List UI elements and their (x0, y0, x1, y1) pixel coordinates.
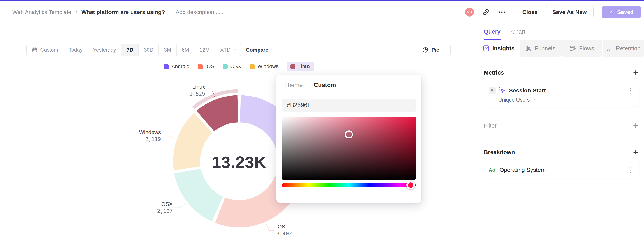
filter-section-header: Filter + (484, 121, 640, 130)
header: Web Analytics Template / What platform a… (0, 1, 644, 23)
metric-card[interactable]: A Session Start ⋮ Unique Users (484, 83, 640, 107)
pie-label-value: 1,529 (190, 91, 205, 97)
tab-insights[interactable]: Insights (478, 40, 519, 57)
report-title[interactable]: What platform are users using? (81, 9, 165, 16)
metric-aggregation-dropdown[interactable]: Unique Users (498, 97, 634, 103)
saved-label: Saved (617, 9, 634, 16)
event-sparkle-icon (498, 87, 506, 94)
tab-flows[interactable]: Flows (561, 40, 602, 57)
metric-event-name: Session Start (509, 87, 624, 94)
add-breakdown-button[interactable]: + (632, 148, 640, 157)
saturation-value-area[interactable] (282, 117, 416, 180)
tab-custom[interactable]: Custom (314, 82, 336, 89)
pie-label-value: 2,127 (157, 208, 172, 214)
breakdown-heading: Breakdown (484, 149, 515, 155)
breakdown-section-header: Breakdown + (484, 148, 640, 157)
breadcrumb-separator: / (76, 9, 77, 16)
pie-label-name: Windows (139, 129, 161, 135)
tab-retention-label: Retention (616, 45, 640, 52)
metric-kebab-menu[interactable]: ⋮ (626, 87, 634, 94)
insights-icon (483, 45, 489, 52)
pie-label-value: 3,402 (276, 230, 292, 236)
tab-insights-label: Insights (492, 45, 514, 52)
pie-label-line (163, 136, 175, 138)
pie-label-value: 2,119 (145, 136, 161, 142)
breakdown-card[interactable]: Aa Operating System ⋮ (484, 162, 640, 178)
close-button[interactable]: Close (522, 9, 538, 16)
check-icon: ✓ (609, 9, 614, 15)
aggregation-label: Unique Users (498, 97, 530, 103)
metrics-heading: Metrics (484, 69, 504, 76)
panel-body: Metrics + A Session Start ⋮ Unique Users (478, 68, 644, 178)
pie-slice-osx[interactable] (174, 168, 224, 222)
tab-retention[interactable]: Retention (602, 40, 644, 57)
string-property-icon: Aa (488, 167, 495, 173)
donut-total-label: 13.23K (212, 153, 266, 172)
metric-card-row: A Session Start ⋮ (488, 87, 634, 94)
panel-tabs: Query Chart (478, 23, 644, 40)
metrics-section-header: Metrics + (484, 68, 640, 77)
header-actions: VS Close Save As New ✓Saved (465, 6, 641, 18)
save-as-new-button[interactable]: Save As New (546, 6, 594, 18)
funnels-icon (525, 45, 532, 52)
pie-label-name: OSX (162, 201, 173, 207)
series-badge: A (488, 87, 496, 94)
color-cursor-handle[interactable] (345, 130, 353, 138)
pie-label-line (266, 224, 274, 230)
breakdown-kebab-menu[interactable]: ⋮ (626, 167, 634, 173)
tab-query[interactable]: Query (484, 28, 500, 35)
breakdown-property-name: Operating System (500, 167, 622, 173)
avatar[interactable]: VS (465, 8, 474, 17)
app-root: Web Analytics Template / What platform a… (0, 0, 644, 240)
color-picker-tabs: Theme Custom (282, 75, 416, 95)
chevron-down-icon (532, 99, 535, 101)
pie-label-name: Linux (192, 84, 205, 90)
tab-funnels-label: Funnels (535, 45, 555, 52)
active-tab-underline (484, 39, 501, 40)
analysis-type-tabs: Insights Funnels Flows Retention (478, 40, 644, 57)
color-picker-popup: Theme Custom (276, 75, 422, 203)
retention-icon (606, 45, 613, 52)
pie-label-name: iOS (276, 224, 285, 229)
hue-slider[interactable] (282, 183, 416, 187)
share-link-icon[interactable] (482, 8, 490, 16)
query-panel: Query Chart Insights Funnels F (478, 23, 644, 240)
hex-color-input[interactable] (282, 99, 416, 112)
filter-heading: Filter (484, 122, 497, 129)
tab-chart[interactable]: Chart (511, 28, 525, 35)
more-options-icon[interactable] (498, 8, 506, 16)
header-divider (514, 8, 514, 17)
pie-label-line (175, 203, 186, 208)
hue-slider-thumb[interactable] (406, 181, 415, 189)
tab-theme[interactable]: Theme (284, 82, 302, 89)
tab-flows-label: Flows (579, 45, 594, 52)
breadcrumb: Web Analytics Template / What platform a… (12, 9, 224, 16)
add-metric-button[interactable]: + (632, 68, 640, 77)
flows-icon (569, 45, 576, 52)
tab-funnels[interactable]: Funnels (519, 40, 561, 57)
saved-button[interactable]: ✓Saved (602, 6, 641, 18)
add-description-button[interactable]: + Add description...... (171, 9, 224, 16)
add-filter-button[interactable]: + (632, 121, 640, 130)
breadcrumb-root-link[interactable]: Web Analytics Template (12, 9, 71, 16)
